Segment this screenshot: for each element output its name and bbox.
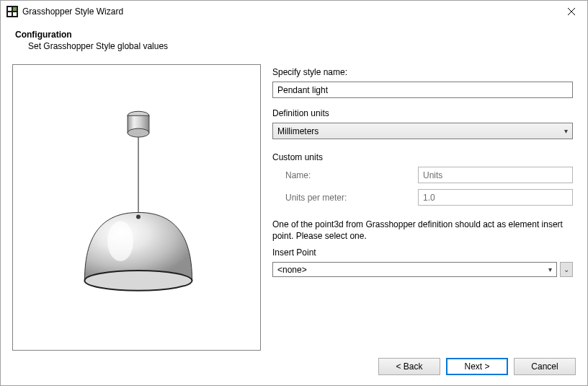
page-header: Configuration Set Grasshopper Style glob… <box>1 22 587 60</box>
page-title: Configuration <box>15 30 573 40</box>
form-pane: Specify style name: Definition units Mil… <box>271 64 576 351</box>
definition-units-value: Millimeters <box>277 126 564 136</box>
wizard-window: Grasshopper Style Wizard Configuration S… <box>0 0 588 386</box>
svg-rect-1 <box>8 7 12 11</box>
content-area: Specify style name: Definition units Mil… <box>1 60 587 351</box>
custom-units-upm-input <box>418 189 573 206</box>
svg-point-13 <box>136 214 141 219</box>
svg-rect-4 <box>13 12 17 16</box>
definition-units-select[interactable]: Millimeters ▾ <box>272 123 573 139</box>
titlebar: Grasshopper Style Wizard <box>1 1 587 22</box>
svg-rect-2 <box>13 7 17 11</box>
insert-point-section: Insert Point <none> ▾ ⌄ <box>272 247 573 277</box>
chevron-down-icon: ⌄ <box>564 266 569 273</box>
definition-units-label: Definition units <box>272 108 573 118</box>
custom-units-upm-label: Units per meter: <box>272 193 418 203</box>
insert-point-info: One of the point3d from Grasshopper defi… <box>272 219 573 242</box>
back-button[interactable]: < Back <box>378 358 440 375</box>
preview-3d-model <box>13 65 260 350</box>
custom-units-label: Custom units <box>272 152 573 162</box>
style-name-label: Specify style name: <box>272 67 573 77</box>
close-button[interactable] <box>555 1 587 22</box>
style-name-input[interactable] <box>272 82 573 98</box>
insert-point-value: <none> <box>277 265 548 275</box>
svg-rect-3 <box>8 12 12 16</box>
insert-point-select[interactable]: <none> ▾ <box>272 262 557 277</box>
page-subtitle: Set Grasshopper Style global values <box>15 41 573 51</box>
preview-pane <box>12 64 261 351</box>
app-icon <box>6 6 18 17</box>
custom-units-section: Custom units Name: Units per meter: <box>272 152 573 206</box>
window-title: Grasshopper Style Wizard <box>22 6 555 17</box>
chevron-down-icon: ▾ <box>548 266 552 273</box>
svg-point-9 <box>128 128 149 137</box>
svg-point-11 <box>84 271 192 291</box>
custom-units-name-label: Name: <box>272 170 418 180</box>
next-button[interactable]: Next > <box>446 358 508 375</box>
style-name-section: Specify style name: <box>272 67 573 98</box>
chevron-down-icon: ▾ <box>564 127 568 135</box>
custom-units-name-input <box>418 167 573 183</box>
definition-units-section: Definition units Millimeters ▾ <box>272 108 573 139</box>
cancel-button[interactable]: Cancel <box>514 358 576 375</box>
close-icon <box>568 8 575 15</box>
insert-point-label: Insert Point <box>272 247 573 258</box>
insert-point-dropdown-button[interactable]: ⌄ <box>560 262 573 277</box>
button-bar: < Back Next > Cancel <box>1 351 587 385</box>
svg-point-12 <box>107 221 133 261</box>
